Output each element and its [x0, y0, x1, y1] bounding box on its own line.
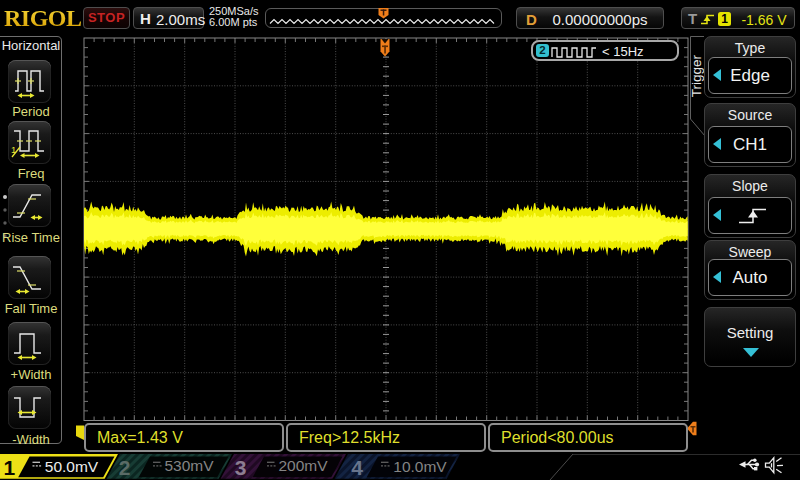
svg-text:1: 1 [3, 456, 15, 479]
svg-text:2: 2 [119, 456, 131, 479]
svg-text:10.0mV: 10.0mV [393, 458, 447, 475]
svg-text:4: 4 [351, 456, 363, 479]
svg-text:3: 3 [235, 456, 247, 479]
svg-text:200mV: 200mV [278, 457, 328, 474]
svg-text:530mV: 530mV [164, 457, 214, 474]
svg-text:Trigger: Trigger [689, 54, 704, 97]
svg-text:50.0mV: 50.0mV [45, 458, 99, 475]
